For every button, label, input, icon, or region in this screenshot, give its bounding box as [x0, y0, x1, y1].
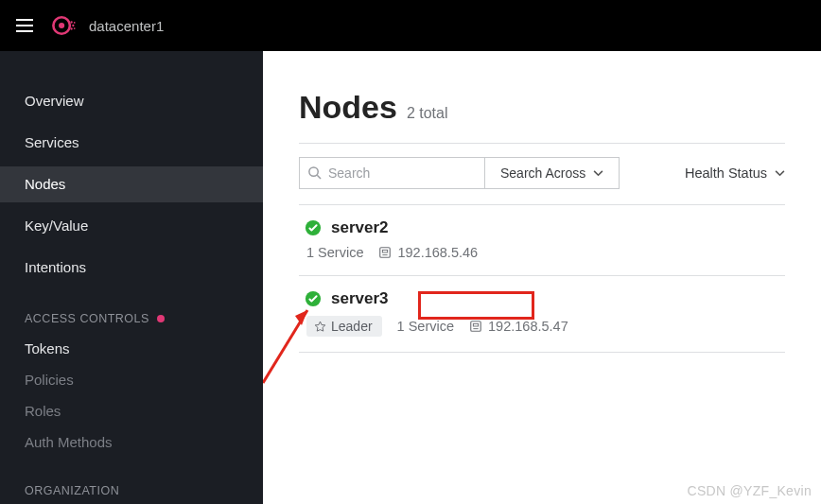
sidebar-item-roles[interactable]: Roles	[0, 395, 263, 426]
chevron-down-icon	[593, 170, 603, 177]
health-passing-icon	[305, 219, 322, 236]
sidebar-item-overview[interactable]: Overview	[0, 83, 263, 119]
health-passing-icon	[305, 290, 322, 307]
node-count: 2 total	[407, 105, 448, 122]
star-icon	[314, 321, 326, 333]
node-services-count: 1 Service	[306, 245, 363, 260]
search-input[interactable]	[299, 157, 484, 189]
svg-point-4	[70, 27, 72, 29]
health-status-button[interactable]: Health Status	[685, 157, 785, 189]
datacenter-name[interactable]: datacenter1	[89, 18, 164, 34]
watermark: CSDN @YZF_Kevin	[687, 483, 812, 498]
page-title: Nodes	[299, 89, 397, 126]
svg-point-7	[309, 167, 318, 176]
node-services-count: 1 Service	[397, 319, 454, 334]
svg-point-5	[74, 22, 76, 24]
sidebar-item-intentions[interactable]: Intentions	[0, 250, 263, 286]
node-ip-address: 192.168.5.46	[397, 245, 478, 260]
sidebar-item-auth-methods[interactable]: Auth Methods	[0, 426, 263, 458]
topbar: datacenter1	[0, 0, 821, 51]
svg-point-6	[74, 27, 76, 29]
sidebar-item-key-value[interactable]: Key/Value	[0, 208, 263, 244]
sidebar-item-policies[interactable]: Policies	[0, 364, 263, 395]
leader-badge: Leader	[306, 316, 382, 337]
consul-logo-icon	[49, 12, 76, 39]
svg-point-2	[70, 21, 72, 23]
node-ip-address: 192.168.5.47	[488, 319, 568, 334]
search-icon	[307, 165, 322, 180]
sidebar: Overview Services Nodes Key/Value Intent…	[0, 51, 263, 504]
node-name: server2	[331, 218, 389, 237]
sidebar-section-organization: ORGANIZATION	[0, 458, 263, 504]
node-row[interactable]: server2 1 Service 192.168.5.46	[299, 205, 785, 276]
sidebar-item-services[interactable]: Services	[0, 125, 263, 161]
search-across-label: Search Across	[500, 165, 585, 181]
search-across-button[interactable]: Search Across	[484, 157, 620, 189]
svg-point-3	[72, 25, 74, 26]
svg-rect-15	[473, 323, 478, 326]
access-controls-badge-icon	[157, 315, 165, 322]
sidebar-item-tokens[interactable]: Tokens	[0, 333, 263, 364]
svg-point-1	[59, 23, 64, 28]
svg-rect-11	[383, 250, 388, 252]
sidebar-section-access-controls: ACCESS CONTROLS	[0, 286, 263, 333]
menu-toggle-button[interactable]	[13, 14, 36, 37]
node-row[interactable]: server3 Leader 1 Service 192.168.5.47	[299, 276, 785, 353]
node-name: server3	[331, 289, 389, 308]
svg-line-8	[317, 175, 321, 179]
main-content: Nodes 2 total Search Across Health Statu…	[263, 51, 821, 504]
network-icon	[469, 320, 482, 333]
network-icon	[378, 246, 392, 259]
sidebar-item-nodes[interactable]: Nodes	[0, 166, 263, 202]
chevron-down-icon	[775, 170, 785, 177]
health-status-label: Health Status	[685, 165, 767, 181]
